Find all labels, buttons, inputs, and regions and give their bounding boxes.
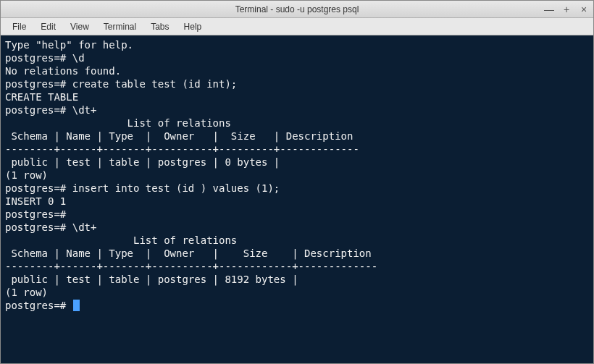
cursor-icon xyxy=(73,300,80,311)
terminal-line: (1 row) xyxy=(5,169,589,182)
close-icon[interactable]: × xyxy=(579,4,589,14)
minimize-icon[interactable]: — xyxy=(544,4,554,14)
terminal-line: --------+------+-------+----------+-----… xyxy=(5,260,589,273)
terminal-line: List of relations xyxy=(5,117,589,130)
terminal-line: Schema | Name | Type | Owner | Size | De… xyxy=(5,130,589,143)
terminal-line: Schema | Name | Type | Owner | Size | De… xyxy=(5,247,589,260)
terminal-window: Terminal - sudo -u postgres psql — + × F… xyxy=(0,0,594,364)
terminal-line: public | test | table | postgres | 8192 … xyxy=(5,273,589,286)
terminal-line: postgres=# create table test (id int); xyxy=(5,77,589,90)
titlebar[interactable]: Terminal - sudo -u postgres psql — + × xyxy=(1,1,593,18)
menu-help[interactable]: Help xyxy=(177,20,209,34)
terminal-line: postgres=# insert into test (id ) values… xyxy=(5,182,589,195)
maximize-icon[interactable]: + xyxy=(561,4,572,14)
terminal-line: postgres=# \d xyxy=(5,51,589,64)
terminal-line: public | test | table | postgres | 0 byt… xyxy=(5,156,589,169)
terminal-line: postgres=# \dt+ xyxy=(5,221,589,234)
terminal-line: postgres=# xyxy=(5,299,589,312)
terminal-line: postgres=# xyxy=(5,208,589,221)
menubar: File Edit View Terminal Tabs Help xyxy=(1,18,593,35)
terminal-line: List of relations xyxy=(5,234,589,247)
terminal-line: (1 row) xyxy=(5,286,589,299)
menu-file[interactable]: File xyxy=(5,20,33,34)
terminal-line: postgres=# \dt+ xyxy=(5,103,589,117)
menu-terminal[interactable]: Terminal xyxy=(96,20,143,34)
menu-edit[interactable]: Edit xyxy=(33,20,63,34)
terminal-line: No relations found. xyxy=(5,64,589,77)
terminal-line: Type "help" for help. xyxy=(5,38,589,51)
terminal-line: --------+------+-------+----------+-----… xyxy=(5,143,589,156)
window-title: Terminal - sudo -u postgres psql xyxy=(235,4,359,14)
terminal-content[interactable]: Type "help" for help.postgres=# \dNo rel… xyxy=(1,35,593,363)
terminal-line: INSERT 0 1 xyxy=(5,195,589,208)
menu-tabs[interactable]: Tabs xyxy=(143,20,176,34)
terminal-line: CREATE TABLE xyxy=(5,90,589,103)
window-controls: — + × xyxy=(544,4,589,14)
menu-view[interactable]: View xyxy=(63,20,96,34)
